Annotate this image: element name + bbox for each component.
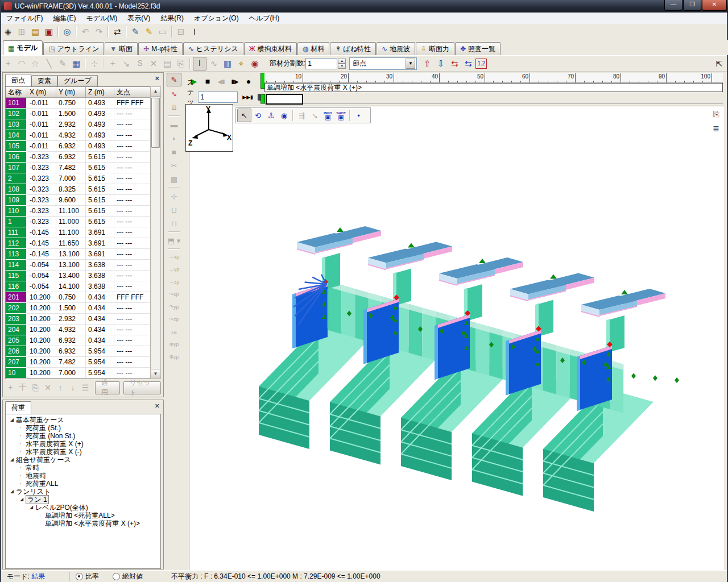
redo-icon[interactable]: ↷ [93, 26, 105, 38]
tree-item[interactable]: ·単調増加 <死荷重ALL> [6, 512, 160, 519]
tab-M-φ特性[interactable]: ✣M-φ特性 [138, 42, 183, 55]
tab-照査一覧[interactable]: ✥照査一覧 [455, 42, 500, 55]
tab-アウトライン[interactable]: ◳アウトライン [43, 42, 104, 55]
table-row[interactable]: 20610.2006.9325.954--- --- [6, 346, 151, 357]
member-division-input[interactable] [305, 58, 337, 69]
result-component-xp[interactable]: ↷xp [167, 289, 181, 300]
element-curve-icon[interactable]: ✎ [56, 57, 69, 70]
row-filter-icon[interactable]: ☰ [79, 381, 92, 394]
view-filter-icon[interactable]: ◉ [249, 57, 261, 70]
panel-tab-要素[interactable]: 要素 [31, 75, 57, 86]
solid-view-icon[interactable]: ⬒ ▾ [167, 234, 181, 247]
column-header-2[interactable]: Y (m) [56, 87, 86, 98]
numbering-icon[interactable]: 1.2 [475, 59, 487, 69]
save-table-icon[interactable]: ⎘ [710, 108, 722, 120]
selection-mode-combo[interactable]: 節点▼ [349, 57, 417, 70]
mesh-icon[interactable]: ▤ [161, 57, 173, 70]
measure-icon[interactable]: ⇄ [111, 26, 123, 38]
import-up-icon[interactable]: ⇧ [421, 57, 433, 70]
load-tree[interactable]: ◢基本荷重ケース·死荷重 (St.)·死荷重 (Non St.)·水平震度荷重 … [5, 414, 161, 569]
tab-ばね特性[interactable]: ↟ばね特性 [330, 42, 376, 55]
menu-item-5[interactable]: オプション(O) [189, 13, 244, 24]
extract-icon[interactable]: ⇊ [167, 101, 181, 114]
tree-item[interactable]: ·単調増加 <水平震度荷重 X (+)> [6, 519, 160, 527]
skip-end-icon[interactable]: ▶▶▮ [242, 94, 253, 100]
tree-item[interactable]: ·水平震度荷重 X (-) [6, 448, 160, 456]
table-row[interactable]: 116-0.05414.1003.638--- --- [6, 281, 151, 292]
result-component-yp[interactable]: ↷yp [167, 301, 181, 313]
node-pin-icon[interactable]: ⍾ [29, 57, 42, 70]
print-preview-icon[interactable]: ◎ [61, 26, 73, 38]
row-add-icon[interactable]: ＋ [4, 381, 16, 394]
pan-cursor-icon[interactable]: ⇱ [715, 59, 722, 68]
menu-item-2[interactable]: モデル(M) [81, 13, 122, 24]
row-insert-icon[interactable]: 干 [16, 381, 29, 394]
pick-line-icon[interactable]: ↘ [308, 109, 321, 122]
delete-icon[interactable]: ✕ [147, 57, 160, 70]
table-row[interactable]: 2-0.3237.0005.615--- --- [6, 173, 151, 184]
node-add-icon[interactable]: ＋ [2, 57, 14, 70]
table-row[interactable]: 111-0.14511.1003.691--- --- [6, 227, 151, 238]
table-scrollbar[interactable]: ▲ ▼ [150, 86, 161, 379]
table-row[interactable]: 101-0.0110.7500.493FFF FFF [6, 98, 151, 109]
tree-item[interactable]: ·水平震度荷重 X (+) [6, 440, 160, 448]
tree-item[interactable]: ·常時 [6, 464, 160, 472]
stop-button[interactable]: ■ [201, 74, 214, 88]
tab-地震波[interactable]: ∿地震波 [377, 42, 415, 55]
tree-item[interactable]: ◢レベル2PO(全体) [6, 504, 160, 512]
table-row[interactable]: 102-0.0111.5000.493--- --- [6, 109, 151, 119]
restore-button[interactable]: ❐ [683, 0, 701, 11]
table-row[interactable]: 20510.2006.9320.434--- --- [6, 335, 151, 346]
result-component-xp[interactable]: →xp [167, 251, 181, 263]
sync-red-icon[interactable]: ⇆ [448, 57, 461, 70]
result-component-zp[interactable]: ↷zp [167, 314, 181, 325]
table-row[interactable]: 114-0.05413.1003.638--- --- [6, 260, 151, 271]
table-row[interactable]: 108-0.3238.3255.615--- --- [6, 184, 151, 195]
spring-node-icon[interactable]: ⊹ [88, 57, 101, 70]
tab-ヒステリシス[interactable]: ∿ヒステリシス [183, 42, 243, 55]
model-viewport[interactable] [189, 106, 724, 571]
add-cross-icon[interactable]: ＋ [106, 57, 119, 70]
import-down-icon[interactable]: ⇩ [435, 57, 447, 70]
open-icon[interactable]: ▤ [29, 26, 42, 38]
table-row[interactable]: 1-0.32311.0005.615--- --- [6, 217, 151, 227]
result-curve-icon[interactable]: ∿ [167, 88, 181, 100]
row-down-icon[interactable]: ↓ [67, 381, 79, 394]
tab-断面力[interactable]: ⇩断面力 [416, 42, 454, 55]
dot-icon[interactable]: • [352, 109, 365, 122]
tree-item[interactable]: ◢組合せ荷重ケース [6, 456, 160, 464]
result-component-yp[interactable]: Φyp [167, 339, 181, 350]
tab-load[interactable]: 荷重 [5, 401, 31, 414]
step-back-button[interactable]: ◀▮ [214, 74, 228, 88]
bar-icon[interactable]: ▬ [167, 118, 181, 131]
sync-blue-icon[interactable]: ⇆ [462, 57, 474, 70]
close-button[interactable]: ✕ [702, 0, 727, 11]
save-icon[interactable]: ▣ [43, 26, 55, 38]
tab-断面[interactable]: ▼断面 [105, 42, 138, 55]
reset-button[interactable]: リセット [123, 381, 161, 394]
calc-icon[interactable]: ⊟ [175, 26, 187, 38]
tree-item[interactable]: ·死荷重 (Non St.) [6, 432, 160, 440]
table-row[interactable]: 20210.2001.5000.434--- --- [6, 303, 151, 314]
tab-横拘束材料[interactable]: Ж横拘束材料 [244, 42, 297, 55]
result-component-zp[interactable]: Φzp [167, 351, 181, 363]
node-move-icon[interactable]: ◠ [15, 57, 28, 70]
column-header-3[interactable]: Z (m) [86, 87, 114, 98]
table-row[interactable]: 106-0.3236.9325.615--- --- [6, 152, 151, 163]
element-line-icon[interactable]: ╲ [43, 57, 55, 70]
menu-item-3[interactable]: 表示(V) [122, 13, 155, 24]
tree-item[interactable]: ◢ランリスト [6, 488, 160, 496]
cut-icon[interactable]: ✂ [167, 159, 181, 172]
table-row[interactable]: 110-0.32311.1005.615--- --- [6, 206, 151, 217]
tree-item[interactable]: ◢基本荷重ケース [6, 416, 160, 424]
result-component-zp[interactable]: →zp [167, 276, 181, 288]
report-edit2-icon[interactable]: ✎ [143, 26, 155, 38]
step-forward-button[interactable]: ▮▶ [228, 74, 242, 88]
curve-shape-icon[interactable]: ◗ [167, 132, 181, 144]
monitor-icon[interactable]: ▥ [221, 57, 234, 70]
minimize-button[interactable]: — [664, 0, 682, 11]
s-curve-icon[interactable]: Ｓ [134, 57, 146, 70]
section-edit-icon[interactable]: Ｉ [188, 26, 201, 38]
orbit-icon[interactable]: ⟲ [251, 109, 264, 122]
scroll-thumb[interactable] [151, 98, 160, 148]
